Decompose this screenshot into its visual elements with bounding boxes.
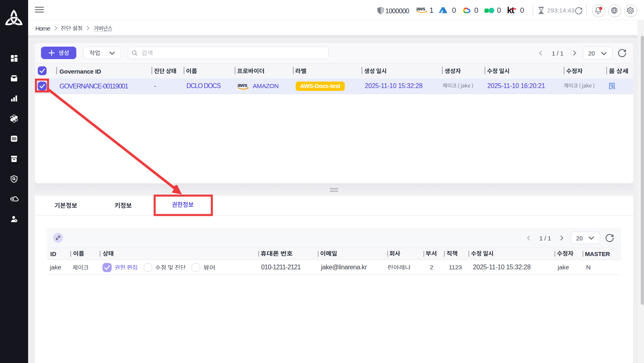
svg-text:aws: aws xyxy=(237,82,247,88)
svg-text:aws: aws xyxy=(416,6,425,12)
